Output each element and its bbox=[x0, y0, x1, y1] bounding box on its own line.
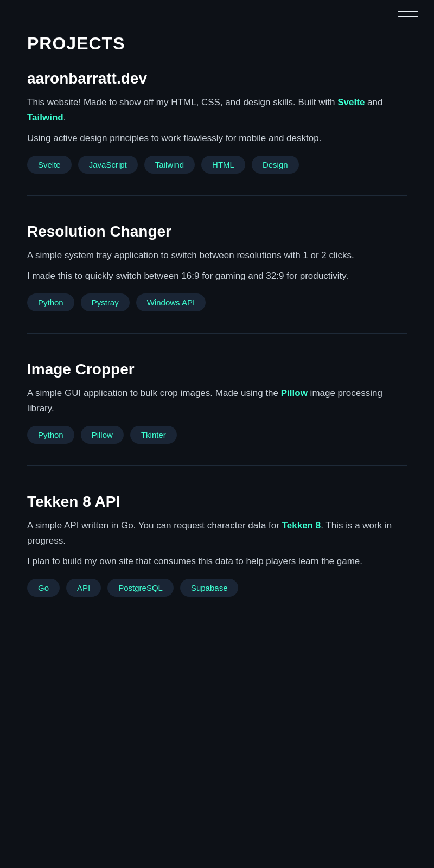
project-desc-aaronbarratt: This website! Made to show off my HTML, … bbox=[27, 95, 407, 125]
project-title-tekken: Tekken 8 API bbox=[27, 493, 407, 510]
desc-text-1: This website! Made to show off my HTML, … bbox=[27, 97, 337, 107]
project-desc-resolution: A simple system tray application to swit… bbox=[27, 248, 407, 263]
project-title-image-cropper: Image Cropper bbox=[27, 361, 407, 378]
tag-svelte: Svelte bbox=[27, 156, 72, 174]
tags-resolution: Python Pystray Windows API bbox=[27, 293, 407, 311]
tag-pystray: Pystray bbox=[81, 293, 130, 311]
tag-tkinter: Tkinter bbox=[130, 426, 177, 444]
desc-text-2: and bbox=[365, 97, 382, 107]
tags-aaronbarratt: Svelte JavaScript Tailwind HTML Design bbox=[27, 156, 407, 174]
project-aaronbarratt-dev: aaronbarratt.dev This website! Made to s… bbox=[27, 70, 407, 196]
desc-text-img-1: A simple GUI application to bulk crop im… bbox=[27, 388, 281, 398]
desc-text-tek-1: A simple API written in Go. You can requ… bbox=[27, 520, 282, 531]
project-resolution-changer: Resolution Changer A simple system tray … bbox=[27, 223, 407, 334]
menu-button[interactable] bbox=[398, 11, 418, 17]
desc-text-3: . bbox=[63, 112, 66, 123]
tag-windows-api: Windows API bbox=[136, 293, 206, 311]
svelte-highlight: Svelte bbox=[337, 97, 365, 107]
project-tekken-api: Tekken 8 API A simple API written in Go.… bbox=[27, 493, 407, 618]
tekken8-highlight: Tekken 8 bbox=[282, 520, 321, 531]
tag-design: Design bbox=[252, 156, 299, 174]
tag-python-img: Python bbox=[27, 426, 74, 444]
tag-api: API bbox=[66, 579, 101, 597]
header bbox=[0, 0, 434, 28]
project-title-aaronbarratt: aaronbarratt.dev bbox=[27, 70, 407, 87]
project-desc2-resolution: I made this to quickly switch between 16… bbox=[27, 269, 407, 284]
project-desc2-aaronbarratt: Using active design principles to work f… bbox=[27, 131, 407, 146]
tags-tekken: Go API PostgreSQL Supabase bbox=[27, 579, 407, 597]
tags-image-cropper: Python Pillow Tkinter bbox=[27, 426, 407, 444]
tag-go: Go bbox=[27, 579, 60, 597]
hamburger-line-2 bbox=[398, 16, 418, 17]
tailwind-highlight: Tailwind bbox=[27, 112, 63, 123]
page-title: PROJECTS bbox=[27, 34, 407, 54]
hamburger-line-1 bbox=[398, 11, 418, 12]
tag-javascript: JavaScript bbox=[78, 156, 138, 174]
project-image-cropper: Image Cropper A simple GUI application t… bbox=[27, 361, 407, 466]
tag-pillow: Pillow bbox=[81, 426, 124, 444]
main-content: PROJECTS aaronbarratt.dev This website! … bbox=[0, 28, 434, 673]
project-desc-tekken: A simple API written in Go. You can requ… bbox=[27, 518, 407, 548]
tag-python-res: Python bbox=[27, 293, 74, 311]
tag-supabase: Supabase bbox=[180, 579, 239, 597]
pillow-highlight: Pillow bbox=[281, 388, 308, 398]
tag-postgresql: PostgreSQL bbox=[107, 579, 174, 597]
tag-tailwind: Tailwind bbox=[144, 156, 195, 174]
project-desc-image-cropper: A simple GUI application to bulk crop im… bbox=[27, 386, 407, 416]
tag-html: HTML bbox=[201, 156, 245, 174]
project-title-resolution: Resolution Changer bbox=[27, 223, 407, 240]
project-desc2-tekken: I plan to build my own site that consume… bbox=[27, 554, 407, 569]
